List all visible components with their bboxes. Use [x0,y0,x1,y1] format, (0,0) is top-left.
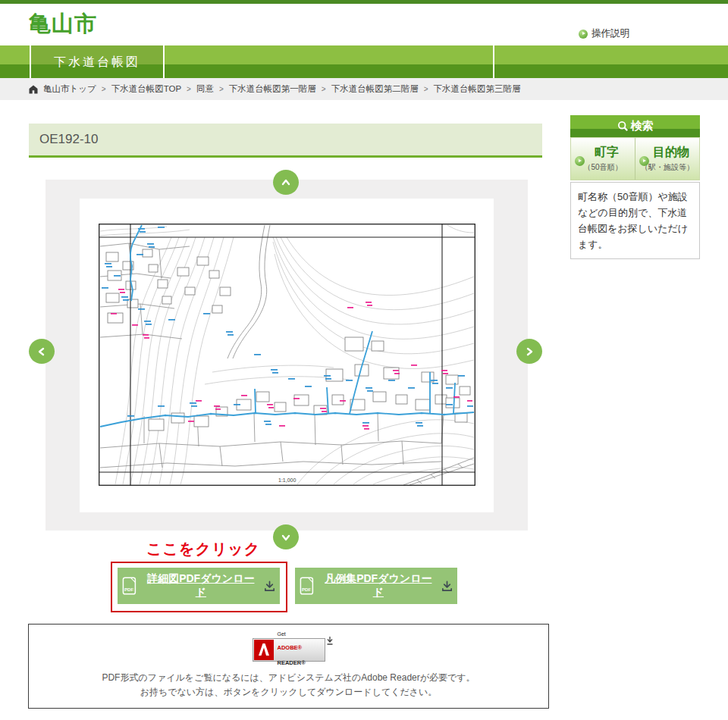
tab-sublabel: （50音順） [583,162,622,173]
tab-label: 目的物 [645,145,689,161]
adobe-logo-icon [254,640,274,660]
svg-text:PDF: PDF [302,587,311,592]
search-icon [617,121,629,132]
breadcrumb-separator: > [424,85,428,93]
map-right-button[interactable] [516,339,542,364]
search-title: 検索 [631,119,654,133]
map-up-button[interactable] [273,170,299,195]
breadcrumb-separator: > [102,85,106,93]
map-down-button[interactable] [273,524,299,549]
breadcrumb-separator: > [322,85,326,93]
chevron-up-icon [280,177,292,189]
page-title: OE192-10 [29,124,542,155]
tab-label: 下水道台帳図 [54,55,140,68]
map-scale-label: 1:1,000 [278,477,296,483]
chevron-right-icon [523,346,535,358]
arrow-dot-icon [579,30,588,39]
detail-pdf-download-button[interactable]: PDF 詳細図PDFダウンロード [118,568,280,604]
breadcrumb-item: 下水道台帳図第三階層 [433,83,520,95]
pdf-file-icon: PDF [300,576,315,596]
breadcrumb: 亀山市トップ > 下水道台帳図TOP > 同意 > 下水道台帳図第一階層 > 下… [0,78,728,100]
pdf-file-icon: PDF [122,576,138,596]
search-tabs: 町字 （50音順） 目的物 （駅・施設等） [570,137,700,180]
download-icon [441,581,453,592]
search-panel-header: 検索 [570,115,700,137]
button-label: 詳細図PDFダウンロード [146,572,256,599]
adobe-brand-label: ADOBE® [278,644,303,651]
tab-sublabel: （駅・施設等） [641,162,694,173]
svg-text:PDF: PDF [124,587,133,592]
breadcrumb-item[interactable]: 下水道台帳図TOP [111,83,181,95]
tab-sewer-ledger[interactable]: 下水道台帳図 [30,47,164,77]
breadcrumb-item[interactable]: 亀山市トップ [43,83,96,95]
ledger-map-image: 1:1,000 [99,224,475,486]
legend-pdf-download-button[interactable]: PDF 凡例集PDFダウンロード [295,568,457,604]
adobe-product-label: READER® [278,659,306,666]
download-icon [264,581,275,592]
breadcrumb-item[interactable]: 同意 [196,83,214,95]
site-title: 亀山市 [29,9,97,39]
page: 亀山市 操作説明 下水道台帳図 亀山市トップ > 下水道台帳図TOP > 同意 … [0,0,728,720]
arrow-dot-icon [639,156,649,166]
tab-town-name[interactable]: 町字 （50音順） [571,138,635,180]
arrow-dot-icon [575,156,585,166]
nav-separator [493,45,494,78]
adobe-note-line2: お持ちでない方は、ボタンをクリックしてダウンロードしてください。 [29,686,548,699]
top-strip [0,0,728,4]
chevron-down-icon [280,531,292,543]
page-title-box: OE192-10 [29,124,542,158]
get-adobe-reader-button[interactable]: Get ADOBE® READER® [253,638,325,662]
breadcrumb-separator: > [187,85,191,93]
tab-landmark[interactable]: 目的物 （駅・施設等） [635,138,699,180]
download-arrow-icon [326,636,334,646]
breadcrumb-item[interactable]: 下水道台帳図第二階層 [331,83,419,95]
tab-label: 町字 [587,145,619,161]
search-description: 町名称（50音順）や施設などの目的別で、下水道台帳図をお探しいただけます。 [570,182,700,259]
breadcrumb-item[interactable]: 下水道台帳図第一階層 [229,83,316,95]
click-here-label: ここをクリック [146,539,260,559]
breadcrumb-separator: > [219,85,224,93]
adobe-note-line1: PDF形式のファイルをご覧になるには、アドビシステムズ社のAdobe Reade… [29,671,548,684]
adobe-reader-box: Get ADOBE® READER® PDF形式のファイルをご覧になるには、アド… [28,624,549,709]
adobe-get-label: Get [278,631,325,638]
chevron-left-icon [36,346,48,358]
button-label: 凡例集PDFダウンロード [323,572,434,599]
map-left-button[interactable] [29,339,55,364]
help-link[interactable]: 操作説明 [579,27,629,40]
help-label: 操作説明 [592,27,629,40]
home-icon [29,85,38,94]
